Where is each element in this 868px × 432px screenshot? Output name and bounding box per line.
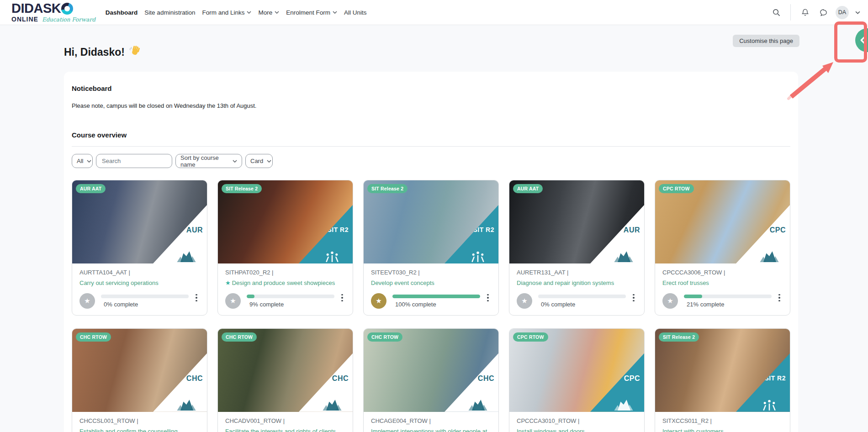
- course-options-kebab-icon[interactable]: [193, 293, 200, 302]
- annotation-highlight-box: [834, 21, 867, 63]
- course-name-link[interactable]: ★Erect roof trusses: [662, 279, 783, 288]
- course-image[interactable]: AUR AAT AUR: [72, 180, 207, 263]
- nav-more[interactable]: More: [258, 9, 279, 16]
- course-card: AUR AAT AUR AURTTA104_AAT |: [72, 180, 207, 316]
- course-progress: 9% complete: [247, 295, 334, 308]
- logo-tagline: Education Forward: [42, 16, 95, 23]
- course-code: CPCCCA3006_RTOW |: [662, 269, 783, 276]
- course-category-badge: CHC RTOW: [222, 332, 257, 342]
- wave-emoji-icon: [129, 45, 141, 60]
- course-corner-ribbon: CHC: [153, 353, 207, 412]
- dashboard-main-card: Noticeboard Please note, campus will be …: [64, 72, 798, 432]
- noticeboard-message: Please note, campus will be closed on We…: [72, 102, 790, 109]
- course-corner-ribbon: AUR: [590, 205, 644, 263]
- course-filter-dropdown[interactable]: All: [72, 154, 93, 168]
- course-category-badge: AUR AAT: [513, 184, 543, 193]
- course-name-link[interactable]: ★Develop event concepts: [371, 279, 491, 288]
- top-navbar: DIDASK ONLINE Education Forward Dashboar…: [0, 0, 868, 25]
- course-name-link[interactable]: ★Establish and confirm the counselling .…: [79, 427, 200, 432]
- course-card-body: SITXCCS011_R2 | ★Interact with customers…: [655, 412, 790, 432]
- corner-unit-label: SIT R2: [473, 226, 494, 233]
- corner-unit-label: SIT R2: [764, 374, 786, 382]
- course-image[interactable]: CHC RTOW CHC: [218, 329, 353, 412]
- primary-nav: Dashboard Site administration Form and L…: [106, 9, 367, 16]
- course-category-badge: CPC RTOW: [513, 332, 548, 342]
- chevron-down-icon: [247, 11, 251, 14]
- progress-track: [101, 295, 189, 298]
- course-image[interactable]: SIT Release 2 SIT R2: [655, 329, 790, 412]
- dashboard-page: DIDASK ONLINE Education Forward Dashboar…: [0, 0, 868, 432]
- messages-chat-icon[interactable]: [817, 6, 829, 18]
- course-corner-ribbon: CHC: [445, 353, 498, 412]
- completion-star-badge: ★: [371, 293, 386, 309]
- course-card-footer: ★ 9% complete: [225, 293, 345, 309]
- course-card-footer: ★ 100% complete: [371, 293, 491, 309]
- course-image[interactable]: SIT Release 2 SIT R2: [218, 180, 353, 263]
- course-image[interactable]: CPC RTOW CPC: [509, 329, 644, 412]
- notifications-bell-icon[interactable]: [799, 6, 811, 18]
- nav-all-units[interactable]: All Units: [344, 9, 367, 16]
- logo-online-text: ONLINE: [11, 16, 38, 23]
- course-search-input[interactable]: [96, 154, 172, 168]
- course-corner-ribbon: SIT R2: [736, 353, 790, 412]
- course-card-body: SITEEVT030_R2 | ★Develop event concepts …: [364, 263, 498, 315]
- nav-site-administration[interactable]: Site administration: [144, 9, 195, 16]
- course-card: CHC RTOW CHC CHCADV001_RTOW |: [217, 328, 353, 432]
- corner-unit-label: CHC: [186, 374, 203, 383]
- corner-unit-label: AUR: [186, 226, 203, 234]
- course-code: SITXCCS011_R2 |: [662, 417, 783, 424]
- course-card: CPC RTOW CPC CPCCCA3010_RTOW |: [509, 328, 645, 432]
- course-image[interactable]: CPC RTOW CPC: [655, 180, 790, 263]
- progress-fill: [247, 295, 254, 298]
- navbar-right-tools: DA: [770, 4, 860, 21]
- completion-star-badge: ★: [517, 293, 532, 309]
- course-code: SITEEVT030_R2 |: [371, 269, 491, 276]
- progress-track: [247, 295, 334, 298]
- course-card: AUR AAT AUR AURETR131_AAT |: [509, 180, 645, 316]
- customise-page-button[interactable]: Customise this page: [733, 35, 799, 47]
- course-name-link[interactable]: ★Facilitate the interests and rights of …: [225, 427, 345, 432]
- gem-logo-icon: [613, 250, 634, 262]
- gem-logo-icon: [176, 250, 197, 262]
- course-card-body: CPCCCA3010_RTOW | ★Install windows and d…: [509, 412, 644, 432]
- view-mode-dropdown[interactable]: Card: [245, 154, 273, 168]
- course-options-kebab-icon[interactable]: [339, 293, 345, 302]
- user-menu-chevron-down-icon[interactable]: [855, 11, 860, 14]
- completion-star-badge: ★: [662, 293, 678, 309]
- course-card: SIT Release 2 SIT R2 SITEEVT030_: [363, 180, 499, 316]
- course-options-kebab-icon[interactable]: [630, 293, 637, 302]
- chevron-down-icon: [87, 160, 91, 163]
- didasko-logo[interactable]: DIDASK ONLINE Education Forward: [11, 2, 95, 23]
- course-card-body: CHCADV001_RTOW | ★Facilitate the interes…: [218, 412, 353, 432]
- corner-unit-label: CPC: [624, 374, 640, 383]
- course-name-link[interactable]: ★Design and produce sweet showpieces: [225, 279, 345, 288]
- progress-track: [538, 295, 626, 298]
- progress-label: 9% complete: [247, 301, 334, 308]
- gem-logo-icon: [176, 399, 197, 411]
- course-image[interactable]: CHC RTOW CHC: [72, 329, 207, 412]
- section-divider: [72, 146, 790, 147]
- user-avatar[interactable]: DA: [836, 6, 849, 19]
- chevron-down-icon: [267, 160, 271, 163]
- course-card-body: AURETR131_AAT | ★Diagnose and repair ign…: [509, 263, 644, 315]
- course-options-kebab-icon[interactable]: [776, 293, 783, 302]
- course-image[interactable]: CHC RTOW CHC: [364, 329, 498, 412]
- course-name-link[interactable]: ★Install windows and doors: [517, 427, 637, 432]
- course-name-link[interactable]: ★Interact with customers: [662, 427, 783, 432]
- course-name-link[interactable]: ★Implement interventions with older peop…: [371, 427, 491, 432]
- completion-star-badge: ★: [79, 293, 95, 309]
- course-options-kebab-icon[interactable]: [485, 293, 491, 302]
- chevron-down-icon: [275, 11, 279, 14]
- course-name-link[interactable]: ★Carry out servicing operations: [79, 279, 200, 288]
- course-category-badge: AUR AAT: [76, 184, 106, 193]
- course-code: SITHPAT020_R2 |: [225, 269, 345, 276]
- sort-dropdown[interactable]: Sort by course name: [175, 154, 242, 168]
- course-image[interactable]: AUR AAT AUR: [509, 180, 644, 263]
- nav-enrolment-form[interactable]: Enrolment Form: [286, 9, 337, 16]
- course-name-link[interactable]: ★Diagnose and repair ignition systems: [517, 279, 637, 288]
- course-image[interactable]: SIT Release 2 SIT R2: [364, 180, 498, 263]
- search-icon[interactable]: [770, 6, 782, 18]
- course-progress: 0% complete: [101, 295, 189, 308]
- nav-form-and-links[interactable]: Form and Links: [202, 9, 251, 16]
- nav-dashboard[interactable]: Dashboard: [106, 9, 138, 16]
